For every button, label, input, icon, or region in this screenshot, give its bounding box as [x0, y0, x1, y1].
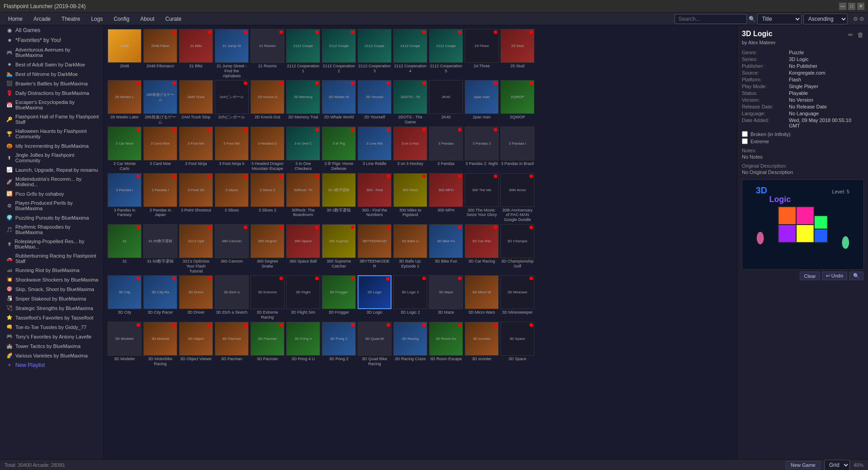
game-tile[interactable]: 3D Pong 4 3D Pong 4 U: [286, 322, 320, 367]
game-tile[interactable]: 300 The Mo300 The Movie: Seize Your Glor…: [465, 173, 499, 222]
game-tile[interactable]: 3BYTEENKOD3BYTEENKODER: [358, 224, 392, 273]
menu-about[interactable]: About: [136, 14, 159, 24]
game-tile[interactable]: 3 on 3 Hoc3 on 3 Hockey: [393, 127, 427, 171]
maximize-button[interactable]: □: [848, 3, 855, 10]
game-tile[interactable]: 300 Miles 300 Miles to Pigsland: [393, 173, 427, 222]
game-tile[interactable]: 3D Space3D Space: [500, 322, 534, 367]
game-tile[interactable]: 21 Rooms21 Rooms: [250, 29, 284, 78]
game-tile[interactable]: 30th Anniv30th Anniversary of PAC-MAN Go…: [500, 173, 534, 222]
game-tile[interactable]: 2D Yoursel2D Yourself: [358, 80, 392, 125]
game-tile[interactable]: 30Rock: Th30Rock: The Boardroom: [286, 173, 320, 222]
sidebar-playlist-16[interactable]: 🗡Roleplaying-Propelled Res... by BlueMax…: [0, 237, 104, 251]
game-tile[interactable]: 3D Extreme3D Extreme Racing: [250, 275, 284, 320]
game-tile[interactable]: 3D Modeler3D Modeler: [108, 322, 142, 367]
game-tile[interactable]: 2112 Coope2112 Cooperation 1: [286, 29, 320, 78]
menu-logs[interactable]: Logs: [86, 14, 107, 24]
game-tile[interactable]: 2pac man2pac man: [465, 80, 499, 125]
game-tile[interactable]: 3D Micro W3D Micro Wars: [465, 275, 499, 320]
sidebar-playlist-20[interactable]: 🎯Skip, Smack, Shoot by BlueMaxima: [0, 284, 104, 294]
new-playlist-button[interactable]: + New Playlist: [0, 360, 104, 370]
game-tile[interactable]: 3 Car Mont3 Car Monte Carlo: [108, 127, 142, 171]
sidebar-playlist-0[interactable]: 🎮Adventurous Avenues by BlueMaxima: [0, 45, 104, 60]
delete-button[interactable]: 🗑: [857, 31, 863, 38]
game-tile[interactable]: 285発進げるゲーム285発進げるゲーム: [143, 80, 177, 125]
sidebar-playlist-26[interactable]: 🏰Tower Tactics by BlueMaxima: [0, 341, 104, 351]
menu-arcade[interactable]: Arcade: [29, 14, 55, 24]
sidebar-playlist-7[interactable]: 🏆Halloween Haunts by Flashpoint Communit…: [0, 127, 104, 141]
sidebar-playlist-19[interactable]: 💥Shockwave Shockers by BlueMaxima: [0, 275, 104, 284]
game-tile[interactable]: 3 Line Rid3 Line Riddle: [358, 127, 392, 171]
sort-order-select[interactable]: Ascending Descending: [803, 14, 848, 24]
game-tile[interactable]: 3D Balls U3D Balls Up: Episode 1: [393, 224, 427, 273]
sidebar-playlist-9[interactable]: ⬆Jingle Jollies by Flashpoint Community: [0, 150, 104, 165]
game-tile[interactable]: 3D Pacman3D Pacman: [250, 322, 284, 367]
game-tile[interactable]: 2D Knock-O2D Knock-Out: [250, 80, 284, 125]
game-tile[interactable]: 28 Weeks L28 Weeks Later: [108, 80, 142, 125]
game-tile[interactable]: 3 Point Sh3 Point Shootout: [179, 173, 213, 222]
game-tile[interactable]: 24:Three24:Three: [465, 29, 499, 78]
broken-checkbox-row[interactable]: Broken (in Infinity): [742, 131, 863, 137]
sidebar-playlist-8[interactable]: 🎃Idly Incrementing by BlueMaxima: [0, 141, 104, 150]
menu-config[interactable]: Config: [109, 14, 134, 24]
game-tile[interactable]: 3D Frogger3D Frogger: [322, 275, 356, 320]
sidebar-playlist-12[interactable]: 🔁Pico Gr8s by oshaboy: [0, 189, 104, 198]
sidebar-playlist-11[interactable]: 🚀Molleindustria's Recomm... by Molleind.…: [0, 174, 104, 189]
sidebar-all-games[interactable]: ◉ All Games: [0, 25, 104, 35]
sidebar-playlist-3[interactable]: ⬛Brawler's Battles by BlueMaxima: [0, 79, 104, 88]
minimize-button[interactable]: —: [839, 3, 846, 10]
game-tile[interactable]: 2112 Coope2112 Cooperation 4: [393, 29, 427, 78]
game-tile[interactable]: 2112 Coope2112 Cooperation 3: [358, 29, 392, 78]
game-tile[interactable]: 2QWOP2QWOP: [500, 80, 534, 125]
game-tile[interactable]: 3D Pong Z3D Pong Z: [322, 322, 356, 367]
sidebar-playlist-6[interactable]: 🔑Flashpoint Hall of Fame by Flashpoint S…: [0, 112, 104, 127]
sidebar-playlist-24[interactable]: 👊Toe-to-Toe Tussles by Giddy_77: [0, 322, 104, 332]
search-input[interactable]: [675, 14, 747, 24]
game-tile[interactable]: 3D Racing 3D Racing Craze: [393, 322, 427, 367]
game-tile[interactable]: 3D Quad Bi3D Quad Bike Racing: [358, 322, 392, 367]
edit-button[interactable]: ✏: [848, 31, 854, 38]
game-tile[interactable]: 31-50数字逻辑31-50数字逻辑: [143, 224, 177, 273]
menu-curate[interactable]: Curate: [160, 14, 186, 24]
game-tile[interactable]: 3 Pandas i3 Pandas in Japan: [143, 173, 177, 222]
view-select[interactable]: Grid List: [824, 460, 850, 470]
game-tile[interactable]: 3D Mineswe3D Minesweeper: [500, 275, 534, 320]
game-tile[interactable]: 3 Slices3 Slices: [215, 173, 249, 222]
game-tile[interactable]: 3 Card Moe3 Card Moe: [143, 127, 177, 171]
sidebar-playlist-1[interactable]: ★Best of Adult Swim by DarkMoe: [0, 60, 104, 69]
sidebar-playlist-22[interactable]: 🏹Strategic Strengths by BlueMaxima: [0, 303, 104, 313]
sidebar-playlist-17[interactable]: 🚗Rubberburning Racing by Flashpoint Staf…: [0, 251, 104, 266]
sidebar-playlist-23[interactable]: ⭐Tasselfoot's Favorites by Tasselfoot: [0, 313, 104, 322]
game-tile[interactable]: 3D Room Es3D Room Escape: [429, 322, 463, 367]
game-tile[interactable]: 3D Car Rac3D Car Racing: [465, 224, 499, 273]
game-tile[interactable]: 3 Pandas3 Pandas: [429, 127, 463, 171]
game-tile[interactable]: 3 Foot Nin3 Foot Ninja: [179, 127, 213, 171]
game-tile[interactable]: 3D Maze3D Maze: [429, 275, 463, 320]
game-tile[interactable]: 3D Pacman3D Pacman: [215, 322, 249, 367]
game-tile[interactable]: 3D Motorbi3D Motorbike Racing: [143, 322, 177, 367]
sidebar-playlist-21[interactable]: 🎳Sniper Stakeout by BlueMaxima: [0, 294, 104, 303]
window-controls[interactable]: — □ ✕: [839, 3, 864, 10]
menu-theatre[interactable]: Theatre: [57, 14, 85, 24]
game-tile[interactable]: 2DOTS - Th2DOTS - The Game: [393, 80, 427, 125]
sort-by-select[interactable]: Title Developer Publisher Date Added: [757, 14, 802, 24]
game-tile[interactable]: 3D Driver3D Driver: [179, 275, 213, 320]
game-tile[interactable]: 30-1数字逻辑30-1数字逻辑: [322, 173, 356, 222]
game-tile[interactable]: 2D Memory 2D Memory Trial: [286, 80, 320, 125]
close-button[interactable]: ✕: [857, 3, 864, 10]
sidebar-playlist-2[interactable]: 🏊Best of Nitrome by DarkMoe: [0, 69, 104, 79]
game-tile[interactable]: 25 Stud25 Stud: [500, 29, 534, 78]
sidebar-playlist-18[interactable]: 🏎Running Riot by BlueMaxima: [0, 266, 104, 275]
game-tile[interactable]: 3D Object 3D Object Viewer: [179, 322, 213, 367]
broken-checkbox[interactable]: [742, 131, 748, 137]
game-tile[interactable]: 3 Pandas i3 Pandas in Fantasy: [108, 173, 142, 222]
game-tile[interactable]: 3D Etch a 3D Etch a Sketch: [215, 275, 249, 320]
game-tile[interactable]: 3D Flight 3D Flight Sim: [286, 275, 320, 320]
game-tile[interactable]: 3D Champio3D Championship Golf: [500, 224, 534, 273]
extreme-checkbox[interactable]: [742, 138, 748, 144]
game-tile[interactable]: 300 - Find300 - Find the Numbers: [358, 173, 392, 222]
game-tile[interactable]: 3D City3D City: [108, 275, 142, 320]
game-tile[interactable]: 3 Slices 23 Slices 2: [250, 173, 284, 222]
game-tile[interactable]: 300 MPH300 MPH: [429, 173, 463, 222]
new-game-button[interactable]: New Game: [786, 461, 821, 469]
game-tile[interactable]: 3131: [108, 224, 142, 273]
